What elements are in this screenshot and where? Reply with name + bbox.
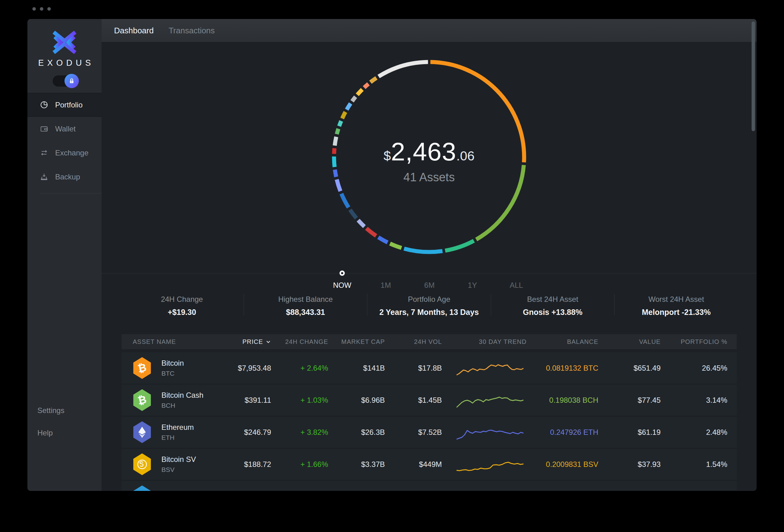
asset-name: Bitcoin bbox=[161, 359, 184, 367]
timeline-1m[interactable]: 1M bbox=[381, 281, 391, 290]
balance-cell: 0.247926 ETH bbox=[527, 428, 598, 437]
sidebar-divider bbox=[40, 193, 102, 194]
volume-cell: $17.8B bbox=[385, 364, 442, 373]
col-price[interactable]: PRICE bbox=[215, 338, 271, 346]
balance-cell: 0.0819132 BTC bbox=[527, 364, 598, 373]
timeline-now[interactable]: NOW bbox=[333, 281, 352, 290]
tab-transactions[interactable]: Transactions bbox=[169, 26, 215, 35]
sparkline bbox=[456, 391, 524, 409]
exodus-logo-icon bbox=[52, 30, 77, 55]
table-header: ASSET NAME PRICE 24H CHANGE MARKET CAP 2… bbox=[121, 334, 737, 349]
col-24h-change[interactable]: 24H CHANGE bbox=[271, 338, 328, 346]
portfolio-pct-cell: 26.45% bbox=[661, 364, 737, 373]
col-market-cap[interactable]: MARKET CAP bbox=[328, 338, 385, 346]
portfolio-pct-cell: 1.54% bbox=[661, 460, 737, 469]
window-controls[interactable] bbox=[32, 7, 51, 10]
sidebar-item-exchange[interactable]: Exchange bbox=[27, 141, 102, 165]
price-cell: $391.11 bbox=[215, 396, 271, 405]
bitcoin-sv-icon bbox=[132, 453, 152, 475]
col-value[interactable]: VALUE bbox=[598, 338, 661, 346]
change-cell: + 2.64% bbox=[271, 364, 328, 373]
sidebar-footer: Settings Help bbox=[27, 406, 102, 491]
stat-label: 24H Change bbox=[120, 295, 244, 304]
sidebar-item-label: Backup bbox=[55, 173, 80, 181]
help-link[interactable]: Help bbox=[37, 428, 102, 437]
col-balance[interactable]: BALANCE bbox=[527, 338, 598, 346]
main-panel: Dashboard Transactions $2,463.06 41 Asse… bbox=[102, 19, 757, 491]
tab-dashboard[interactable]: Dashboard bbox=[114, 26, 153, 35]
market-cap-cell: $141B bbox=[328, 364, 385, 373]
asset-name: Ethereum bbox=[161, 423, 194, 432]
market-cap-cell: $26.3B bbox=[328, 428, 385, 437]
sparkline bbox=[456, 423, 524, 441]
dash-icon bbox=[132, 485, 152, 491]
timeline-1y[interactable]: 1Y bbox=[468, 281, 477, 290]
stat-highest-balance: Highest Balance $88,343.31 bbox=[244, 293, 367, 317]
table-row-bitcoin-sv[interactable]: Bitcoin SV BSV $188.72 + 1.66% $3.37B $4… bbox=[121, 448, 737, 481]
asset-symbol: ETH bbox=[161, 434, 194, 441]
trend-cell bbox=[442, 455, 527, 473]
portfolio-pct-cell: 2.48% bbox=[661, 428, 737, 437]
portfolio-total: $2,463.06 41 Assets bbox=[102, 137, 757, 184]
col-portfolio-pct[interactable]: PORTFOLIO % bbox=[661, 338, 737, 346]
chevron-down-icon bbox=[265, 339, 271, 345]
logo-block: EXODUS bbox=[27, 19, 102, 93]
timeline-6m[interactable]: 6M bbox=[424, 281, 435, 290]
table-row-ethereum[interactable]: Ethereum ETH $246.79 + 3.82% $26.3B $7.5… bbox=[121, 416, 737, 448]
table-row-bitcoin-cash[interactable]: ₿ Bitcoin Cash BCH $391.11 + 1.03% $6.96… bbox=[121, 384, 737, 416]
value-cell: $37.93 bbox=[598, 460, 661, 469]
stat-value: +$19.30 bbox=[120, 308, 244, 317]
sparkline bbox=[456, 487, 524, 491]
bitcoin-cash-icon: ₿ bbox=[132, 389, 152, 411]
col-30-day-trend[interactable]: 30 DAY TREND bbox=[442, 338, 527, 346]
trend-cell bbox=[442, 423, 527, 441]
price-cell: $246.79 bbox=[215, 428, 271, 437]
asset-name: Bitcoin SV bbox=[161, 455, 196, 464]
window-dot[interactable] bbox=[32, 7, 36, 10]
volume-cell: $7.52B bbox=[385, 428, 442, 437]
table-row-dash[interactable]: Dash bbox=[121, 481, 737, 491]
topbar: Dashboard Transactions bbox=[102, 19, 757, 42]
col-24h-vol[interactable]: 24H VOL bbox=[385, 338, 442, 346]
total-amount: 2,463 bbox=[391, 137, 456, 166]
stat-label: Best 24H Asset bbox=[491, 295, 615, 304]
price-cell: $7,953.48 bbox=[215, 364, 271, 373]
stat-value: 2 Years, 7 Months, 13 Days bbox=[367, 308, 491, 317]
brand-name: EXODUS bbox=[35, 58, 94, 68]
col-price-label: PRICE bbox=[243, 338, 263, 346]
scrollbar-thumb[interactable] bbox=[752, 22, 755, 131]
stat-worst-asset: Worst 24H Asset Melonport -21.33% bbox=[615, 293, 738, 317]
exchange-icon bbox=[40, 149, 48, 157]
dashboard-content: $2,463.06 41 Assets NOW 1M 6M 1Y ALL 24H… bbox=[102, 42, 757, 491]
lock-knob[interactable] bbox=[64, 74, 79, 88]
settings-link[interactable]: Settings bbox=[37, 406, 102, 415]
change-cell: + 1.03% bbox=[271, 396, 328, 405]
timeline-all[interactable]: ALL bbox=[510, 281, 523, 290]
backup-icon bbox=[40, 173, 48, 181]
sidebar-item-label: Wallet bbox=[55, 125, 76, 133]
sidebar-item-backup[interactable]: Backup bbox=[27, 165, 102, 189]
asset-cell: Ethereum ETH bbox=[121, 421, 215, 443]
timeline-marker[interactable] bbox=[340, 271, 345, 276]
currency-symbol: $ bbox=[384, 149, 391, 163]
sidebar-item-wallet[interactable]: Wallet bbox=[27, 117, 102, 141]
volume-cell: $1.45B bbox=[385, 396, 442, 405]
sidebar-nav: Portfolio Wallet Exchange Backup bbox=[27, 93, 102, 194]
asset-cell: Bitcoin SV BSV bbox=[121, 453, 215, 475]
sidebar-item-portfolio[interactable]: Portfolio bbox=[27, 93, 102, 117]
value-cell: $651.49 bbox=[598, 364, 661, 373]
balance-cell: 0.198038 BCH bbox=[527, 396, 598, 405]
asset-cell: ₿ Bitcoin Cash BCH bbox=[121, 389, 215, 411]
assets-count: 41 Assets bbox=[102, 171, 757, 184]
window-dot[interactable] bbox=[40, 7, 43, 10]
col-asset-name[interactable]: ASSET NAME bbox=[121, 338, 215, 346]
timeline-track[interactable] bbox=[102, 273, 757, 273]
table-row-bitcoin[interactable]: ₿ Bitcoin BTC $7,953.48 + 2.64% $141B $1… bbox=[121, 352, 737, 384]
value-cell: $61.19 bbox=[598, 428, 661, 437]
trend-cell bbox=[442, 487, 527, 491]
stat-best-asset: Best 24H Asset Gnosis +13.88% bbox=[491, 293, 615, 317]
stat-value: $88,343.31 bbox=[244, 308, 367, 317]
sparkline bbox=[456, 359, 524, 377]
lock-toggle[interactable] bbox=[53, 76, 76, 87]
window-dot[interactable] bbox=[47, 7, 51, 10]
